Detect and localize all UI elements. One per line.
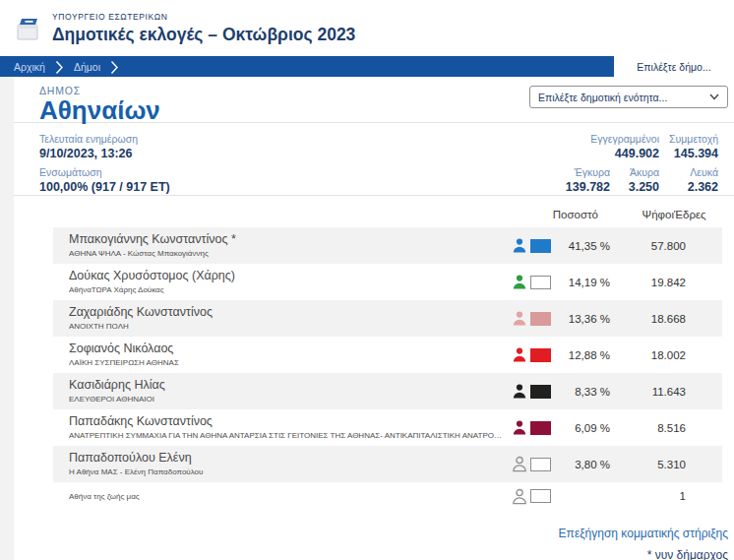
candidate-party: ΕΛΕΥΘΕΡΟΙ ΑΘΗΝΑΙΟΙ: [69, 394, 502, 404]
party-color-box: [530, 312, 551, 326]
candidate-percent: 8,33 %: [557, 386, 610, 398]
chevron-right-icon: [110, 60, 119, 75]
candidate-party: Αθήνα της ζωής μας: [69, 491, 502, 502]
party-color-box: [530, 239, 551, 253]
candidate-party: Η Αθήνα ΜΑΣ - Ελένη Παπαδοπούλου: [69, 467, 502, 477]
last-update-label: Τελευταία ενημέρωση: [39, 132, 170, 146]
registered-label: Εγγεγραμμένοι: [521, 132, 659, 146]
person-icon: [512, 310, 527, 327]
person-icon: [512, 419, 527, 436]
integration-label: Ενσωμάτωση: [39, 165, 170, 179]
candidate-votes: 18.002: [610, 349, 686, 361]
party-color-box: [530, 489, 551, 503]
candidate-percent: 13,36 %: [557, 313, 610, 325]
candidate-name: Ζαχαριάδης Κωνσταντίνος: [69, 305, 505, 320]
candidate-row: Σοφιανός Νικόλαος ΛΑΪΚΗ ΣΥΣΠΕΙΡΩΣΗ ΑΘΗΝΑ…: [53, 337, 722, 373]
ballot-box-icon: [13, 14, 42, 43]
party-support-legend-link[interactable]: Επεξήγηση κομματικής στήριξης: [559, 527, 728, 540]
candidate-row: Δούκας Χρυσόστομος (Χάρης) ΑθήναΤΩΡΑ Χάρ…: [53, 264, 722, 300]
candidate-name: Μπακογιάννης Κωνσταντίνος *: [69, 232, 505, 247]
person-icon: [512, 346, 527, 363]
person-icon: [512, 488, 527, 505]
municipality-search-input[interactable]: Επιλέξτε δήμο...: [614, 56, 734, 77]
chevron-right-icon: [55, 60, 64, 75]
candidate-name: Δούκας Χρυσόστομος (Χάρης): [69, 269, 505, 283]
candidate-percent: 41,35 %: [557, 240, 610, 252]
candidate-votes: 11.643: [610, 386, 686, 398]
candidate-votes: 8.516: [610, 422, 686, 434]
candidate-row: Παπαδοπούλου Ελένη Η Αθήνα ΜΑΣ - Ελένη Π…: [53, 446, 722, 482]
valid-value: 139.782: [521, 179, 610, 195]
candidate-votes: 1: [610, 490, 686, 502]
candidate-row: Αθήνα της ζωής μας 1: [53, 482, 722, 510]
blank-value: 2.362: [659, 179, 718, 195]
candidate-votes: 5.310: [610, 459, 686, 470]
candidate-row: Ζαχαριάδης Κωνσταντίνος ΑΝΟΙΧΤΗ ΠΟΛΗ 13,…: [53, 300, 722, 337]
candidate-percent: 14,19 %: [557, 277, 610, 288]
incumbent-note: * νυν δήμαρχος: [14, 548, 728, 560]
municipal-unit-select-value: Επιλέξτε δημοτική ενότητα...: [538, 92, 667, 103]
page-title: Δημοτικές εκλογές – Οκτώβριος 2023: [52, 25, 355, 45]
valid-label: Έγκυρα: [521, 165, 610, 179]
invalid-value: 3.250: [610, 179, 659, 195]
candidate-percent: 6,09 %: [557, 422, 610, 434]
party-color-box: [530, 458, 551, 471]
breadcrumb: Αρχική Δήμοι: [0, 59, 119, 75]
candidate-votes: 18.668: [610, 313, 686, 325]
left-gutter: [0, 77, 14, 560]
blank-label: Λευκά: [659, 165, 718, 179]
person-icon: [512, 237, 527, 254]
person-icon: [512, 383, 527, 400]
candidate-party: ΛΑΪΚΗ ΣΥΣΠΕΙΡΩΣΗ ΑΘΗΝΑΣ: [69, 357, 502, 368]
party-color-box: [530, 348, 551, 362]
candidate-name: Σοφιανός Νικόλαος: [69, 342, 505, 356]
breadcrumb-home-link[interactable]: Αρχική: [14, 61, 45, 73]
candidate-votes: 57.800: [610, 240, 686, 252]
municipality-header: ΔΗΜΟΣ Αθηναίων Επιλέξτε δημοτική ενότητα…: [14, 77, 734, 122]
party-color-box: [530, 276, 551, 289]
invalid-label: Άκυρα: [610, 165, 659, 179]
candidate-row: Παπαδάκης Κωνσταντίνος ΑΝΑΤΡΕΠΤΙΚΗ ΣΥΜΜΑ…: [53, 409, 722, 446]
turnout-value: 145.394: [659, 146, 718, 161]
turnout-label: Συμμετοχή: [659, 132, 718, 146]
ministry-label: ΥΠΟΥΡΓΕΙΟ ΕΣΩΤΕΡΙΚΩΝ: [52, 12, 355, 22]
candidate-percent: 12,88 %: [557, 349, 610, 361]
person-icon: [512, 456, 527, 472]
header-votes: Ψήφοι: [598, 209, 674, 220]
candidate-party: ΑΝΑΤΡΕΠΤΙΚΗ ΣΥΜΜΑΧΙΑ ΓΙΑ ΤΗΝ ΑΘΗΝΑ ΑΝΤΑΡ…: [69, 430, 502, 441]
chevron-down-icon: [709, 93, 719, 100]
candidate-name: Παπαδάκης Κωνσταντίνος: [69, 414, 505, 429]
candidate-row: Μπακογιάννης Κωνσταντίνος * ΑΘΗΝΑ ΨΗΛΑ -…: [53, 227, 722, 264]
stats-section: Τελευταία ενημέρωση 9/10/2023, 13:26 Ενσ…: [14, 123, 734, 195]
candidate-party: ΑθήναΤΩΡΑ Χάρης Δούκας: [69, 284, 502, 295]
header-seats: Έδρες: [674, 209, 710, 220]
registered-value: 449.902: [521, 146, 659, 161]
table-footer: Επεξήγηση κομματικής στήριξης * νυν δήμα…: [14, 510, 734, 560]
candidate-percent: 3,80 %: [557, 459, 610, 470]
breadcrumb-municipalities-link[interactable]: Δήμοι: [74, 61, 100, 73]
candidate-name: Παπαδοπούλου Ελένη: [69, 451, 505, 466]
party-color-box: [530, 385, 551, 399]
content-panel: ΔΗΜΟΣ Αθηναίων Επιλέξτε δημοτική ενότητα…: [14, 77, 734, 560]
header-percent: Ποσοστό: [470, 209, 598, 220]
candidate-party: ΑΘΗΝΑ ΨΗΛΑ - Κώστας Μπακογιάννης: [69, 248, 502, 259]
results-table-header: Ποσοστό Ψήφοι Έδρες: [53, 196, 722, 227]
candidate-party: ΑΝΟΙΧΤΗ ΠΟΛΗ: [69, 321, 502, 332]
integration-value: 100,00% (917 / 917 ΕΤ): [39, 179, 170, 195]
last-update-value: 9/10/2023, 13:26: [39, 146, 170, 161]
candidate-votes: 19.842: [610, 277, 686, 288]
main-area: ΔΗΜΟΣ Αθηναίων Επιλέξτε δημοτική ενότητα…: [0, 77, 734, 560]
site-header: ΥΠΟΥΡΓΕΙΟ ΕΣΩΤΕΡΙΚΩΝ Δημοτικές εκλογές –…: [0, 0, 734, 56]
breadcrumb-bar: Αρχική Δήμοι Επιλέξτε δήμο...: [0, 56, 734, 77]
results-table: Μπακογιάννης Κωνσταντίνος * ΑΘΗΝΑ ΨΗΛΑ -…: [53, 227, 722, 510]
municipal-unit-select[interactable]: Επιλέξτε δημοτική ενότητα...: [529, 86, 728, 108]
candidate-row: Κασιδιάρης Ηλίας ΕΛΕΥΘΕΡΟΙ ΑΘΗΝΑΙΟΙ 8,33…: [53, 373, 722, 409]
party-color-box: [530, 421, 551, 435]
person-icon: [512, 274, 527, 290]
candidate-name: Κασιδιάρης Ηλίας: [69, 378, 505, 393]
